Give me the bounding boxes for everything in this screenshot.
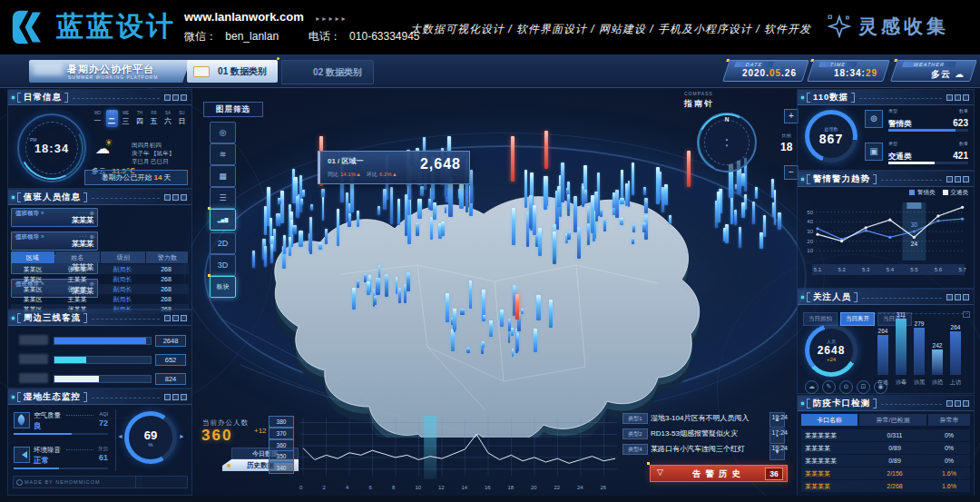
layer-button-chart[interactable]: ▂▅▇ xyxy=(210,209,236,231)
panel-window-icons[interactable] xyxy=(164,94,187,101)
flow-bars: 2648652824 xyxy=(12,332,188,389)
layer-button-signal[interactable]: ≋ xyxy=(210,143,236,165)
compass-dial[interactable]: N ▴▾ xyxy=(697,113,757,172)
bar xyxy=(950,331,961,375)
collapse-icon[interactable] xyxy=(164,394,171,400)
inspiration-label: 灵感收集 xyxy=(858,14,949,39)
focus-icon-3[interactable]: ⊙ xyxy=(839,380,853,394)
layer-button-2d[interactable]: 2D xyxy=(210,232,236,254)
layer-button-3d[interactable]: 3D xyxy=(210,254,236,276)
xtick: 12 xyxy=(438,485,445,490)
xtick: 24 xyxy=(577,485,583,490)
resize-icon[interactable] xyxy=(955,294,961,300)
data110-row: ▣类型交通类数量421 xyxy=(865,141,968,172)
collapse-icon[interactable] xyxy=(946,400,953,407)
fullscreen-icon[interactable] xyxy=(963,400,969,407)
layer-button-list[interactable]: ☰ xyxy=(210,187,236,209)
office-chart-xticks: 02468101214161820222426 xyxy=(298,485,624,494)
divider xyxy=(115,409,116,471)
duty-leader-card[interactable]: 值班领导»⊗···某某某 xyxy=(11,231,98,251)
fullscreen-icon[interactable] xyxy=(181,315,187,321)
focus-tab[interactable]: 当日离开 xyxy=(840,312,875,326)
redacted-line-label xyxy=(19,354,48,364)
bar-label: 涉毒 xyxy=(894,379,908,387)
panel-window-icons[interactable] xyxy=(164,315,187,321)
resize-icon[interactable] xyxy=(172,394,179,400)
duty-col-header: 姓名 xyxy=(55,251,100,263)
layer-button-target[interactable]: ◎ xyxy=(210,122,236,143)
svg-text:50: 50 xyxy=(807,210,813,215)
gauge-right-arrow[interactable]: ► xyxy=(179,433,185,439)
collapse-icon[interactable] xyxy=(164,94,171,101)
focus-icon-4[interactable]: ⊡ xyxy=(857,380,870,394)
fullscreen-icon[interactable] xyxy=(181,394,187,400)
duty-table-row[interactable]: 某某区王某某副局长268 xyxy=(11,294,189,304)
bar-label: 涉黑 xyxy=(912,379,926,387)
phone-label: 电话： xyxy=(309,29,341,44)
alert-row[interactable]: 类型1湿地3-104片区有不明人员闯入19:24 xyxy=(622,412,766,424)
inspiration-collect[interactable]: 灵感收集 xyxy=(828,14,949,39)
collapse-icon[interactable] xyxy=(946,94,953,101)
resize-icon[interactable] xyxy=(172,194,179,201)
data110-row: ⊚类型警情类数量623 xyxy=(865,108,968,139)
panel-window-icons[interactable] xyxy=(946,400,969,407)
checkpoint-col-header[interactable]: 异常率 xyxy=(928,414,970,426)
layer-button-grid[interactable]: ▦ xyxy=(210,165,236,187)
panel-window-icons[interactable] xyxy=(164,194,187,201)
resize-icon[interactable] xyxy=(955,400,961,407)
fullscreen-icon[interactable] xyxy=(181,94,187,101)
alert-history-button[interactable]: ▽ 告警历史 36 xyxy=(650,465,788,482)
weekday-SU: SU日 xyxy=(176,110,188,127)
panel-window-icons[interactable] xyxy=(164,394,187,400)
gauge-left-arrow[interactable]: ◄ xyxy=(117,433,123,439)
alert-text: 某路口有小汽车连闯三个红灯 xyxy=(651,444,745,454)
website-url[interactable]: www.lanlanwork.com xyxy=(184,10,304,24)
focus-icon-2[interactable]: ✎ xyxy=(822,380,836,394)
lunar-line: 辛巳月 己巳日 xyxy=(132,157,174,165)
svg-text:24: 24 xyxy=(911,241,918,247)
xtick: 20 xyxy=(531,485,537,490)
resize-icon[interactable] xyxy=(955,94,961,101)
svg-text:5.6: 5.6 xyxy=(935,267,943,272)
bar xyxy=(932,349,943,375)
resize-icon[interactable] xyxy=(172,315,179,321)
svg-text:5.4: 5.4 xyxy=(887,267,895,272)
fullscreen-icon[interactable] xyxy=(963,94,969,101)
alert-row[interactable]: 类型4某路口有小汽车连闯三个红灯19:24 xyxy=(622,443,766,455)
tab-data-category-1[interactable]: 01 数据类别 xyxy=(187,60,278,83)
xtick: 8 xyxy=(392,485,395,490)
legend-label: 警情类 xyxy=(917,189,936,197)
progress-track xyxy=(888,162,968,164)
focus-icon-1[interactable]: ☁ xyxy=(805,380,818,394)
tab-icon xyxy=(193,66,210,77)
resize-icon[interactable] xyxy=(955,176,961,182)
wechat-value: ben_lanlan xyxy=(225,30,279,43)
collapse-icon[interactable] xyxy=(164,194,171,201)
panel-window-icons[interactable] xyxy=(946,94,969,101)
bar-label: 涉恐 xyxy=(930,379,945,387)
fullscreen-icon[interactable] xyxy=(963,294,969,300)
collapse-icon[interactable] xyxy=(946,176,953,182)
checkpoint-col-header[interactable]: 异常/已检测 xyxy=(859,414,926,426)
weekday-SA: SA六 xyxy=(162,110,174,127)
collapse-icon[interactable] xyxy=(164,315,171,321)
checkpoint-col-header[interactable]: 卡口名称 xyxy=(801,414,858,426)
alert-row[interactable]: 类型2RD13-53烟感报警疑似火灾17:24 xyxy=(622,428,766,439)
panel-window-icons[interactable] xyxy=(946,294,969,300)
panel-focus-persons: 关注人员 当日抓拍当日离开当日进入 人员 2648 +24 ☁✎⊙⊡◉ 264在… xyxy=(797,289,975,394)
fullscreen-icon[interactable] xyxy=(181,194,187,201)
duty-table-row[interactable]: 某某区张某某副局长268 xyxy=(11,264,189,274)
duty-table-row[interactable]: 某某区张某某副局长268 xyxy=(11,284,189,294)
collapse-icon[interactable] xyxy=(946,294,953,300)
tab-data-category-2[interactable]: 02 数据类别 xyxy=(281,60,374,84)
layer-button-block[interactable]: 板块 xyxy=(210,276,236,298)
duty-table-row[interactable]: 某某区王某某副局长268 xyxy=(11,274,189,284)
resize-icon[interactable] xyxy=(172,94,179,101)
panel-window-icons[interactable] xyxy=(946,176,969,182)
chevron-right-icon: » xyxy=(41,210,44,216)
svg-text:10: 10 xyxy=(807,248,813,253)
duty-leader-card[interactable]: 值班领导»⊗···某某某 xyxy=(11,208,98,227)
checkpoint-row: 某某某某2/1561.6% xyxy=(801,468,970,479)
website-link[interactable]: www.lanlanwork.com ▸▸▸▸▸ xyxy=(184,10,348,24)
fullscreen-icon[interactable] xyxy=(963,176,969,182)
